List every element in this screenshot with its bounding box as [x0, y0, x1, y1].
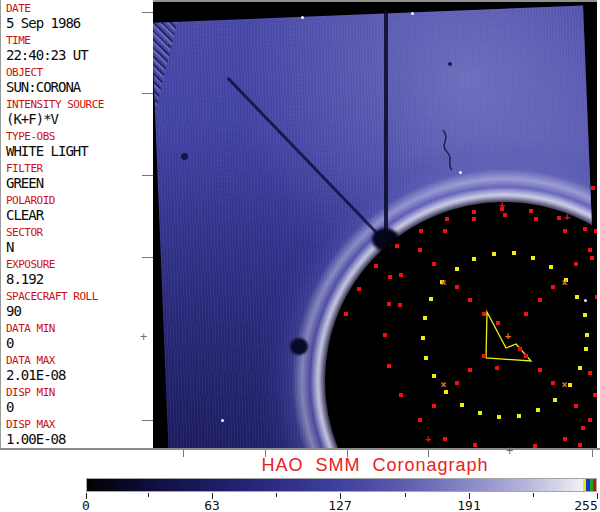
fiducial-dot-red	[534, 217, 538, 221]
fiducial-dot-red	[418, 248, 422, 252]
field-value: 0	[6, 335, 152, 352]
fiducial-dot-red	[495, 366, 499, 370]
fiducial-x-marker: ×	[562, 277, 568, 288]
metadata-field: POLAROIDCLEAR	[6, 194, 152, 226]
fiducial-dot-red	[472, 210, 476, 214]
left-axis-tick	[142, 175, 153, 176]
colorbar-minor-tick	[405, 493, 406, 497]
fiducial-dot-yellow	[444, 390, 448, 394]
fiducial-x-marker: ×	[440, 379, 446, 390]
fiducial-dot-red	[432, 404, 436, 408]
fiducial-dot-red	[574, 404, 578, 408]
left-axis-tick	[142, 12, 153, 13]
fiducial-dot-red	[468, 298, 472, 302]
fiducial-dot-red	[593, 393, 597, 397]
fiducial-dot-red	[432, 262, 436, 266]
fiducial-dot-yellow	[512, 251, 516, 255]
metadata-field: FILTERGREEN	[6, 162, 152, 194]
bottom-axis-tick	[592, 450, 593, 457]
metadata-field: TYPE-OBSWHITE LIGHT	[6, 130, 152, 162]
bottom-axis-tick	[265, 450, 266, 457]
fiducial-dot-red	[383, 333, 387, 337]
star-speck	[221, 419, 224, 422]
fiducial-dot-red	[563, 437, 567, 441]
colorbar-tick-label: 127	[318, 498, 362, 512]
fiducial-overlay: ××××++++	[153, 2, 597, 448]
fiducial-dot-yellow	[531, 256, 535, 260]
field-value: 8.192	[6, 271, 152, 288]
fiducial-dot-red	[557, 216, 561, 220]
star-speck	[459, 171, 462, 174]
fiducial-dot-yellow	[536, 408, 540, 412]
field-label: EXPOSURE	[6, 258, 152, 271]
fiducial-dot-yellow	[432, 374, 436, 378]
bottom-axis-plus: +	[506, 444, 513, 458]
colorbar-minor-tick	[533, 493, 534, 497]
fiducial-dot-yellow	[553, 398, 557, 402]
fiducial-dot-red	[583, 227, 587, 231]
field-label: DATA MIN	[6, 322, 152, 335]
fiducial-dot-red	[551, 285, 555, 289]
field-label: TIME	[6, 34, 152, 47]
fiducial-dot-red	[538, 298, 542, 302]
field-label: POLAROID	[6, 194, 152, 207]
colorbar-tick-label: 63	[190, 498, 234, 512]
left-axis-tick	[142, 420, 153, 421]
fiducial-dot-yellow	[421, 336, 425, 340]
fiducial-dot-red	[578, 443, 582, 447]
fiducial-dot-red	[357, 287, 361, 291]
fiducial-dot-red	[387, 364, 391, 368]
field-value: 90	[6, 303, 152, 320]
metadata-field: DISP MAX1.00E-08	[6, 418, 152, 450]
fiducial-dot-red	[419, 229, 423, 233]
metadata-field: DATE5 Sep 1986	[6, 2, 152, 34]
fiducial-dot-red	[551, 381, 555, 385]
left-axis-tick	[142, 93, 153, 94]
fiducial-dot-red	[588, 248, 592, 252]
fiducial-dot-yellow	[517, 414, 521, 418]
fiducial-dot-red	[455, 381, 459, 385]
fiducial-plus-marker: +	[425, 433, 431, 444]
fiducial-dot-red	[387, 302, 391, 306]
left-axis-plus: +	[140, 330, 147, 344]
field-label: FILTER	[6, 162, 152, 175]
fiducial-dot-red	[590, 256, 594, 260]
fiducial-dot-red	[468, 368, 472, 372]
metadata-field: OBJECTSUN:CORONA	[6, 66, 152, 98]
fiducial-dot-red	[398, 303, 402, 307]
field-label: SECTOR	[6, 226, 152, 239]
metadata-sidebar: DATE5 Sep 1986TIME22:40:23 UTOBJECTSUN:C…	[6, 2, 152, 450]
fiducial-dot-red	[443, 229, 447, 233]
field-value: 1.00E-08	[6, 431, 152, 448]
fiducial-dot-red	[443, 437, 447, 441]
fiducial-dot-red	[344, 312, 348, 316]
colorbar-tick-label: 0	[64, 498, 108, 512]
field-label: INTENSITY SOURCE	[6, 98, 152, 111]
colorbar-end-stripe	[583, 479, 586, 491]
fiducial-dot-red	[418, 418, 422, 422]
fiducial-dot-red	[518, 347, 522, 351]
colorbar-tick-label: 255	[564, 498, 600, 512]
fiducial-dot-red	[594, 229, 597, 233]
colorbar-tick-label: 191	[447, 498, 491, 512]
field-label: SPACECRAFT ROLL	[6, 290, 152, 303]
fiducial-dot-red	[581, 426, 585, 430]
fiducial-dot-red	[496, 321, 500, 325]
metadata-field: DISP MIN0	[6, 386, 152, 418]
fiducial-x-marker: ×	[440, 277, 446, 288]
field-value: SUN:CORONA	[6, 79, 152, 96]
field-label: DISP MAX	[6, 418, 152, 431]
fiducial-dot-red	[399, 393, 403, 397]
fiducial-dot-red	[588, 371, 592, 375]
star-speck	[584, 299, 587, 302]
field-label: TYPE-OBS	[6, 130, 152, 143]
fiducial-plus-marker: +	[499, 199, 505, 210]
colorbar-minor-tick	[148, 493, 149, 497]
fiducial-dot-yellow	[492, 252, 496, 256]
field-value: 2.01E-08	[6, 367, 152, 384]
fiducial-x-marker: ×	[562, 379, 568, 390]
fiducial-dot-red	[538, 368, 542, 372]
metadata-field: SECTORN	[6, 226, 152, 258]
metadata-field: SPACECRAFT ROLL90	[6, 290, 152, 322]
field-value: WHITE LIGHT	[6, 143, 152, 160]
